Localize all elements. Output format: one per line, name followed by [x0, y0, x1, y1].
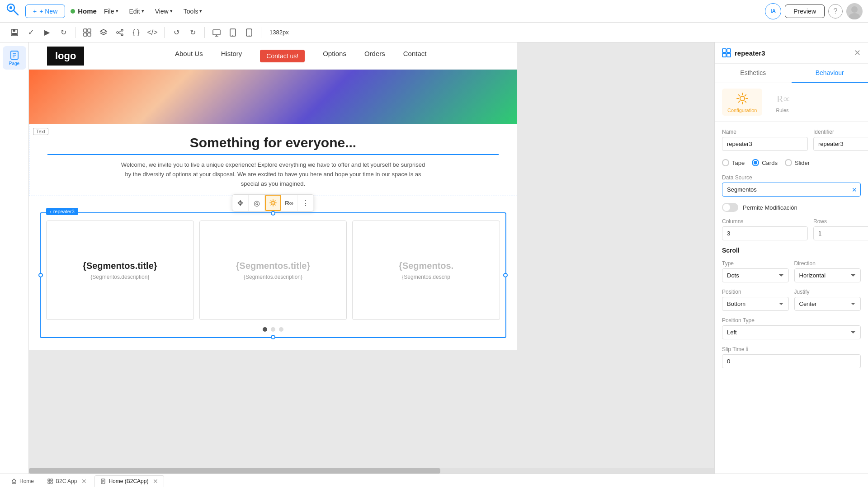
repeater-card-1[interactable]: {Segmentos.title} {Segmentos.description… [199, 221, 347, 320]
mobile-view-button[interactable] [242, 25, 256, 40]
settings-tool-button[interactable] [265, 195, 281, 211]
justify-label: Justify [794, 289, 861, 295]
connections-button[interactable] [113, 25, 127, 40]
data-source-clear-button[interactable]: ✕ [852, 186, 857, 193]
position-select[interactable]: Bottom Top [722, 297, 789, 311]
tab-home[interactable]: Home [5, 476, 40, 487]
cards-radio-btn[interactable] [752, 159, 759, 166]
ia-button[interactable]: IA [765, 3, 781, 19]
new-button[interactable]: + + New [25, 5, 65, 18]
code-button[interactable]: { } [129, 25, 143, 40]
name-input[interactable] [722, 137, 808, 151]
file-menu[interactable]: File ▾ [100, 6, 122, 17]
refresh-button[interactable]: ↻ [56, 25, 71, 40]
repeater-card-2[interactable]: {Segmentos. {Segmentos.descrip [352, 221, 500, 320]
resize-handle-right[interactable] [503, 273, 508, 277]
scroll-dot-2[interactable] [279, 327, 283, 332]
direction-select[interactable]: Horizontal Vertical [794, 268, 861, 282]
layers-button[interactable] [96, 25, 111, 40]
repeater-cards: {Segmentos.title} {Segmentos.description… [44, 217, 502, 324]
name-label: Name [722, 129, 808, 135]
save-button[interactable] [7, 25, 22, 40]
user-avatar[interactable] [846, 3, 863, 19]
radio-slider[interactable]: Slider [785, 159, 810, 166]
sidebar-item-page[interactable]: Page [3, 46, 26, 70]
panel-title: repeater3 [722, 48, 765, 57]
identifier-input[interactable] [813, 137, 868, 151]
resize-handle-top[interactable] [271, 211, 275, 216]
direction-label: Direction [794, 260, 861, 267]
canvas-text-section: Text Something for everyone... Welcome, … [29, 124, 517, 196]
select-tool-button[interactable]: ◎ [249, 195, 265, 211]
data-source-input[interactable] [722, 183, 861, 197]
edit-menu[interactable]: Edit ▾ [126, 6, 148, 17]
close-b2c-tab[interactable]: ✕ [81, 478, 87, 485]
play-button[interactable]: ▶ [40, 25, 54, 40]
card-2-title: {Segmentos. [399, 261, 453, 271]
check-button[interactable]: ✓ [24, 25, 38, 40]
rows-field: Rows [813, 218, 868, 240]
more-options-button[interactable]: ⋮ [297, 195, 314, 211]
svg-point-12 [117, 32, 118, 33]
panel-body: Name Identifier Tape Cards [715, 122, 868, 375]
panel-header: repeater3 ✕ [715, 42, 868, 64]
chevron-down-icon: ▾ [142, 8, 144, 14]
scroll-type-field: Type Dots Arrows None [722, 260, 789, 282]
position-type-label: Position Type [722, 317, 861, 324]
text-section-label: Text [33, 128, 48, 135]
rules-label: Rules [776, 108, 788, 113]
undo-button[interactable]: ↺ [169, 25, 184, 40]
move-tool-button[interactable]: ✥ [232, 195, 249, 211]
help-button[interactable]: ? [828, 4, 843, 19]
tab-esthetics[interactable]: Esthetics [715, 64, 792, 83]
tab-b2c-app[interactable]: B2C App ✕ [42, 475, 93, 487]
view-menu[interactable]: View ▾ [151, 6, 176, 17]
svg-rect-7 [12, 33, 17, 35]
horizontal-scrollbar[interactable] [29, 468, 714, 474]
components-button[interactable] [80, 25, 94, 40]
secondary-toolbar: ✓ ▶ ↻ { } </> ↺ ↻ 1382px [0, 23, 868, 42]
repeater-card-0[interactable]: {Segmentos.title} {Segmentos.description… [46, 221, 194, 320]
new-label: + New [39, 8, 57, 15]
tablet-view-button[interactable] [226, 25, 240, 40]
close-panel-button[interactable]: ✕ [854, 48, 861, 58]
position-type-select[interactable]: Left Right Center [722, 325, 861, 339]
radio-tape[interactable]: Tape [722, 159, 745, 166]
radio-cards[interactable]: Cards [752, 159, 778, 166]
tape-radio-btn[interactable] [722, 159, 729, 166]
rules-tool-button[interactable]: R∞ [281, 195, 297, 211]
canvas-repeater[interactable]: ‹ repeater3 {Segmentos.title} {Segmentos… [40, 212, 506, 338]
subtab-configuration[interactable]: Configuration [722, 89, 762, 116]
close-home-b2capp-tab[interactable]: ✕ [153, 478, 158, 485]
scroll-type-select[interactable]: Dots Arrows None [722, 268, 789, 282]
svg-point-21 [249, 35, 250, 36]
tools-menu[interactable]: Tools ▾ [180, 6, 206, 17]
right-panel: repeater3 ✕ Esthetics Behaviour Configur… [714, 42, 868, 474]
scroll-heading: Scroll [722, 247, 861, 254]
scroll-dot-0[interactable] [263, 327, 267, 332]
rows-input[interactable] [813, 226, 868, 240]
resize-handle-left[interactable] [38, 273, 43, 277]
preview-button[interactable]: Preview [785, 5, 825, 18]
scroll-dot-1[interactable] [271, 327, 275, 332]
html-button[interactable]: </> [145, 25, 160, 40]
position-label: Position [722, 289, 789, 295]
tab-behaviour[interactable]: Behaviour [792, 64, 868, 83]
nav-history: History [221, 50, 242, 62]
redo-button[interactable]: ↻ [185, 25, 200, 40]
canvas-area[interactable]: logo About Us History Contact us! Option… [29, 42, 714, 474]
slider-radio-btn[interactable] [785, 159, 792, 166]
resize-handle-bottom[interactable] [271, 335, 275, 339]
layout-radio-group: Tape Cards Slider [722, 157, 861, 168]
columns-input[interactable] [722, 226, 808, 240]
desktop-view-button[interactable] [209, 25, 224, 40]
svg-point-4 [849, 13, 860, 19]
subtab-rules[interactable]: R∞ Rules [769, 89, 795, 116]
permite-toggle[interactable] [722, 203, 738, 212]
tab-home-b2capp[interactable]: Home (B2CApp) ✕ [94, 475, 164, 487]
slip-time-input[interactable] [722, 354, 861, 368]
scrollbar-thumb[interactable] [29, 468, 440, 474]
justify-select[interactable]: Center Left Right [794, 297, 861, 311]
columns-label: Columns [722, 218, 808, 225]
chevron-down-icon: ▾ [116, 8, 118, 14]
